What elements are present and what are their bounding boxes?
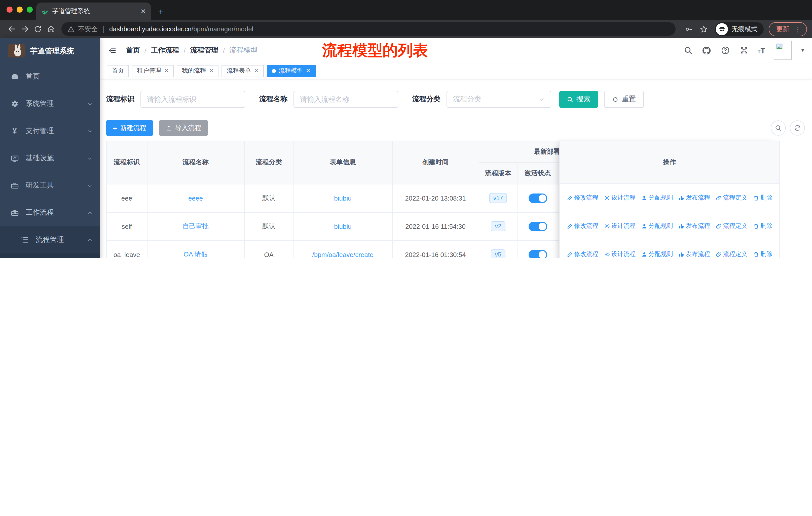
font-size-icon[interactable]: TT xyxy=(758,46,765,55)
active-toggle[interactable] xyxy=(528,221,547,231)
action-design-link[interactable]: 设计流程 xyxy=(604,193,636,202)
github-icon[interactable] xyxy=(702,45,712,55)
col-header-status: 激活状态 xyxy=(518,162,558,184)
close-window-button[interactable] xyxy=(6,6,12,12)
tag-close-icon[interactable]: ✕ xyxy=(254,68,259,74)
sidebar-item-process-form[interactable]: 流程表单 xyxy=(0,253,100,258)
forward-icon[interactable] xyxy=(18,22,31,35)
tag-tenant[interactable]: 租户管理✕ xyxy=(132,65,174,77)
action-publish-link[interactable]: 发布流程 xyxy=(678,222,710,230)
action-design-link[interactable]: 设计流程 xyxy=(604,250,636,258)
process-name-input[interactable] xyxy=(300,95,392,103)
action-definition-link[interactable]: 流程定义 xyxy=(716,250,747,258)
form-info-link[interactable]: biubiu xyxy=(334,194,351,202)
help-icon[interactable] xyxy=(720,45,730,55)
tag-close-icon[interactable]: ✕ xyxy=(306,68,310,74)
filter-name-box xyxy=(293,91,398,108)
action-delete-link[interactable]: 删除 xyxy=(753,222,773,230)
form-info-link[interactable]: biubiu xyxy=(334,222,351,230)
import-process-button[interactable]: 导入流程 xyxy=(159,120,208,136)
action-edit-link[interactable]: 修改流程 xyxy=(567,250,598,258)
sidebar-item-process-mgmt[interactable]: 流程管理 xyxy=(0,226,100,253)
address-bar[interactable]: 不安全 dashboard.yudao.iocoder.cn/bpm/manag… xyxy=(61,22,675,36)
sidebar-item-system[interactable]: 系统管理 xyxy=(0,90,100,117)
active-toggle[interactable] xyxy=(528,193,547,203)
bookmark-star-icon[interactable] xyxy=(698,23,710,35)
reload-icon[interactable] xyxy=(31,22,44,35)
action-delete-link[interactable]: 删除 xyxy=(753,250,773,258)
col-header-actions: 操作 xyxy=(560,141,779,184)
cell-created-time: 2022-01-16 11:54:30 xyxy=(405,222,466,230)
tag-process-form[interactable]: 流程表单✕ xyxy=(222,65,264,77)
sidebar-item-label: 首页 xyxy=(26,72,40,81)
action-label: 修改流程 xyxy=(574,250,598,258)
tag-close-icon[interactable]: ✕ xyxy=(209,68,213,74)
breadcrumb-process-mgmt[interactable]: 流程管理 xyxy=(190,46,219,55)
back-icon[interactable] xyxy=(5,22,18,35)
search-icon[interactable] xyxy=(683,45,693,55)
action-delete-link[interactable]: 删除 xyxy=(753,193,773,202)
action-publish-link[interactable]: 发布流程 xyxy=(678,250,710,258)
process-name-link[interactable]: 自己审批 xyxy=(182,222,209,230)
action-assign-link[interactable]: 分配规则 xyxy=(641,222,673,230)
toggle-search-icon[interactable] xyxy=(771,120,786,136)
minimize-window-button[interactable] xyxy=(17,6,23,12)
action-definition-link[interactable]: 流程定义 xyxy=(716,193,747,202)
sidebar-item-label: 流程管理 xyxy=(36,235,64,244)
process-name-link[interactable]: eeee xyxy=(188,194,203,202)
window-controls[interactable] xyxy=(6,6,33,12)
sidebar-collapse-icon[interactable] xyxy=(107,45,118,56)
active-dot xyxy=(271,69,276,73)
tag-process-model[interactable]: 流程模型✕ xyxy=(266,65,315,77)
tag-my-process[interactable]: 我的流程✕ xyxy=(177,65,219,77)
sidebar-item-home[interactable]: 首页 xyxy=(0,63,100,90)
action-definition-link[interactable]: 流程定义 xyxy=(716,222,747,230)
tab-close-icon[interactable]: ✕ xyxy=(141,7,146,15)
breadcrumb-workflow[interactable]: 工作流程 xyxy=(151,46,179,55)
sidebar-item-label: 研发工具 xyxy=(26,181,54,190)
navbar: 首页/ 工作流程/ 流程管理/ 流程模型 流程模型的列表 TT ▼ xyxy=(100,38,812,63)
sidebar-item-label: 基础设施 xyxy=(26,154,54,163)
action-assign-link[interactable]: 分配规则 xyxy=(641,250,673,258)
action-edit-link[interactable]: 修改流程 xyxy=(567,193,598,202)
refresh-icon[interactable] xyxy=(790,120,805,136)
reset-button[interactable]: 重置 xyxy=(604,91,644,108)
new-tab-button[interactable]: + xyxy=(158,7,164,17)
col-header-created: 创建时间 xyxy=(392,141,479,184)
browser-update-button[interactable]: 更新 ⋮ xyxy=(769,22,807,36)
tag-label: 流程表单 xyxy=(227,66,251,75)
reset-button-label: 重置 xyxy=(622,95,636,104)
action-design-link[interactable]: 设计流程 xyxy=(604,222,636,230)
definition-icon xyxy=(716,251,722,257)
browser-menu-icon[interactable]: ⋮ xyxy=(794,25,802,33)
design-icon xyxy=(604,251,610,257)
sidebar-item-devtools[interactable]: 研发工具 xyxy=(0,172,100,199)
sidebar-menu: 首页 系统管理 ¥ 支付管理 基础设施 xyxy=(0,61,100,258)
avatar-caret-icon[interactable]: ▼ xyxy=(801,48,805,53)
sidebar-item-workflow[interactable]: 工作流程 xyxy=(0,199,100,226)
zoom-window-button[interactable] xyxy=(27,6,33,12)
action-publish-link[interactable]: 发布流程 xyxy=(678,193,710,202)
fullscreen-icon[interactable] xyxy=(739,45,749,55)
browser-tab[interactable]: 芋道管理系统 ✕ xyxy=(36,2,151,20)
create-process-button[interactable]: + 新建流程 xyxy=(106,120,153,136)
chevron-down-icon xyxy=(87,101,93,107)
breadcrumb-home[interactable]: 首页 xyxy=(126,46,140,55)
tag-close-icon[interactable]: ✕ xyxy=(164,68,169,74)
search-button[interactable]: 搜索 xyxy=(559,91,598,108)
action-edit-link[interactable]: 修改流程 xyxy=(567,222,598,230)
category-select[interactable]: 流程分类 xyxy=(446,91,551,108)
active-toggle[interactable] xyxy=(528,250,547,258)
action-label: 修改流程 xyxy=(574,193,598,202)
avatar[interactable] xyxy=(774,41,792,60)
action-label: 流程定义 xyxy=(723,250,747,258)
sidebar-item-infra[interactable]: 基础设施 xyxy=(0,145,100,172)
form-info-link[interactable]: /bpm/oa/leave/create xyxy=(312,251,374,258)
process-id-input[interactable] xyxy=(147,95,239,103)
process-name-link[interactable]: OA 请假 xyxy=(183,250,207,258)
sidebar-item-payment[interactable]: ¥ 支付管理 xyxy=(0,117,100,145)
tag-home[interactable]: 首页 xyxy=(107,65,129,77)
key-icon[interactable] xyxy=(683,23,695,35)
home-icon[interactable] xyxy=(44,22,57,35)
action-assign-link[interactable]: 分配规则 xyxy=(641,193,673,202)
